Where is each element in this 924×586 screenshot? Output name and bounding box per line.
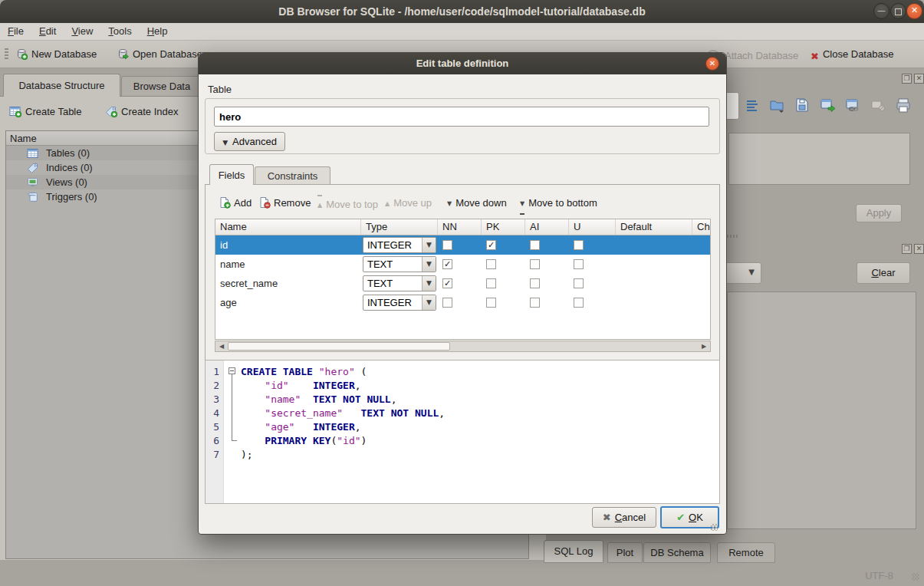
- menu-view[interactable]: View: [64, 23, 100, 37]
- save-icon[interactable]: [793, 97, 811, 115]
- sql-line: );: [241, 448, 253, 462]
- sql-line: PRIMARY KEY("id"): [241, 434, 367, 448]
- field-row-id[interactable]: idINTEGER▼✓: [215, 235, 711, 255]
- menu-bar: FileEditViewToolsHelp: [0, 23, 924, 41]
- horizontal-scrollbar[interactable]: ◀ ▶: [215, 341, 711, 352]
- application-window: DB Browser for SQLite - /home/user/code/…: [0, 0, 924, 586]
- field-type-dropdown[interactable]: TEXT▼: [363, 256, 436, 272]
- column-header-che[interactable]: Che: [692, 219, 711, 235]
- field-name: secret_name: [220, 274, 278, 293]
- import-icon[interactable]: [768, 97, 786, 115]
- move-to-bottom-button[interactable]: ▼Move to bottom: [520, 195, 597, 212]
- create-index-button[interactable]: Create Index: [105, 103, 178, 121]
- checkbox-nn[interactable]: [442, 240, 452, 250]
- tab-fields[interactable]: Fields: [209, 164, 254, 185]
- field-type-dropdown[interactable]: INTEGER▼: [363, 295, 436, 311]
- create-table-button[interactable]: Create Table: [9, 103, 81, 121]
- toolbar-drag-handle[interactable]: [5, 48, 8, 61]
- tab-sql-log[interactable]: SQL Log: [544, 540, 603, 563]
- dock-close-icon[interactable]: ✕: [914, 74, 924, 84]
- field-type-dropdown[interactable]: TEXT▼: [363, 275, 436, 291]
- new-database-button[interactable]: New Database: [15, 46, 97, 63]
- move-up-button[interactable]: ▲Move up: [385, 195, 432, 212]
- close-database-button[interactable]: ✖Close Database: [811, 46, 893, 63]
- checkbox-nn[interactable]: ✓: [442, 278, 452, 288]
- checkbox-pk[interactable]: [486, 298, 496, 308]
- open-database-button[interactable]: Open Database: [117, 46, 202, 63]
- line-number: 1: [213, 365, 219, 379]
- checkbox-u[interactable]: [574, 278, 584, 288]
- checkbox-ai[interactable]: [530, 298, 540, 308]
- print-icon[interactable]: [894, 97, 912, 115]
- column-header-ai[interactable]: AI: [525, 219, 569, 235]
- move-to-top-button[interactable]: ▲Move to top: [317, 195, 378, 212]
- scroll-right-icon[interactable]: ▶: [699, 342, 709, 351]
- checkbox-ai[interactable]: [530, 240, 540, 250]
- fold-marker-icon[interactable]: [229, 367, 235, 374]
- clear-button[interactable]: Clear: [857, 262, 910, 284]
- tab-database-structure[interactable]: Database Structure: [3, 74, 120, 97]
- column-header-default[interactable]: Default: [616, 219, 692, 235]
- checkbox-u[interactable]: [574, 298, 584, 308]
- sql-line: CREATE TABLE "hero" (: [241, 365, 367, 379]
- column-header-u[interactable]: U: [569, 219, 616, 235]
- field-type-dropdown[interactable]: INTEGER▼: [363, 237, 436, 253]
- checkbox-u[interactable]: [574, 240, 584, 250]
- resize-grip[interactable]: [912, 573, 919, 581]
- dock-float-icon[interactable]: ❐: [902, 244, 912, 254]
- menu-help[interactable]: Help: [140, 23, 176, 37]
- window-title: DB Browser for SQLite - /home/user/code/…: [0, 0, 924, 23]
- tab-remote[interactable]: Remote: [717, 542, 775, 563]
- remove-field-button[interactable]: Remove: [258, 195, 311, 212]
- sql-log-panel[interactable]: [727, 291, 916, 529]
- checkbox-pk[interactable]: [486, 278, 496, 288]
- tab-browse-data[interactable]: Browse Data: [121, 76, 202, 97]
- trigger-icon: [27, 191, 38, 206]
- add-field-button[interactable]: Add: [219, 195, 252, 212]
- checkbox-ai[interactable]: [530, 259, 540, 269]
- field-row-secret_name[interactable]: secret_nameTEXT▼✓: [215, 274, 711, 293]
- column-header-type[interactable]: Type: [361, 219, 438, 235]
- checkbox-nn[interactable]: [442, 298, 452, 308]
- checkbox-nn[interactable]: ✓: [442, 259, 452, 269]
- cell-editor-text-area[interactable]: [728, 133, 910, 185]
- checkbox-ai[interactable]: [530, 278, 540, 288]
- tab-constraints[interactable]: Constraints: [255, 166, 330, 185]
- minimize-icon[interactable]: —: [873, 3, 889, 19]
- field-row-name[interactable]: nameTEXT▼✓: [215, 255, 711, 274]
- maximize-icon[interactable]: [890, 3, 906, 19]
- tab-db-schema[interactable]: DB Schema: [643, 542, 711, 563]
- dialog-resize-grip[interactable]: [711, 524, 718, 531]
- advanced-button[interactable]: ▼Advanced: [214, 132, 285, 151]
- apply-button[interactable]: Apply: [856, 204, 902, 222]
- column-header-pk[interactable]: PK: [482, 219, 525, 235]
- table-name-input[interactable]: [214, 107, 709, 127]
- checkbox-pk[interactable]: [486, 259, 496, 269]
- dialog-close-icon[interactable]: ✕: [705, 57, 719, 71]
- menu-edit[interactable]: Edit: [31, 23, 64, 37]
- scroll-left-icon[interactable]: ◀: [216, 342, 227, 351]
- field-row-age[interactable]: ageINTEGER▼: [215, 293, 711, 312]
- menu-file[interactable]: File: [0, 23, 31, 37]
- dock-close-icon[interactable]: ✕: [914, 244, 924, 254]
- column-header-nn[interactable]: NN: [438, 219, 482, 235]
- move-down-button[interactable]: ▼Move down: [447, 195, 507, 212]
- null-icon[interactable]: [869, 97, 887, 115]
- scrollbar-thumb[interactable]: [228, 342, 450, 351]
- close-window-icon[interactable]: ✕: [906, 3, 922, 19]
- line-number: 7: [213, 448, 219, 462]
- checkbox-pk[interactable]: ✓: [486, 240, 496, 250]
- field-type-value: INTEGER: [367, 238, 412, 252]
- mode-icon[interactable]: [742, 97, 761, 115]
- line-number: 2: [213, 379, 219, 393]
- checkbox-u[interactable]: [574, 259, 584, 269]
- cancel-button[interactable]: ✖Cancel: [592, 507, 656, 528]
- link-icon[interactable]: [843, 97, 862, 115]
- column-header-name[interactable]: Name: [215, 219, 361, 235]
- export-icon[interactable]: [818, 97, 837, 115]
- menu-tools[interactable]: Tools: [100, 23, 139, 37]
- sql-preview[interactable]: 1234567 CREATE TABLE "hero" ( "id" INTEG…: [205, 360, 720, 504]
- chevron-down-icon: ▼: [422, 295, 436, 310]
- dock-float-icon[interactable]: ❐: [902, 74, 912, 84]
- tab-plot[interactable]: Plot: [607, 542, 643, 563]
